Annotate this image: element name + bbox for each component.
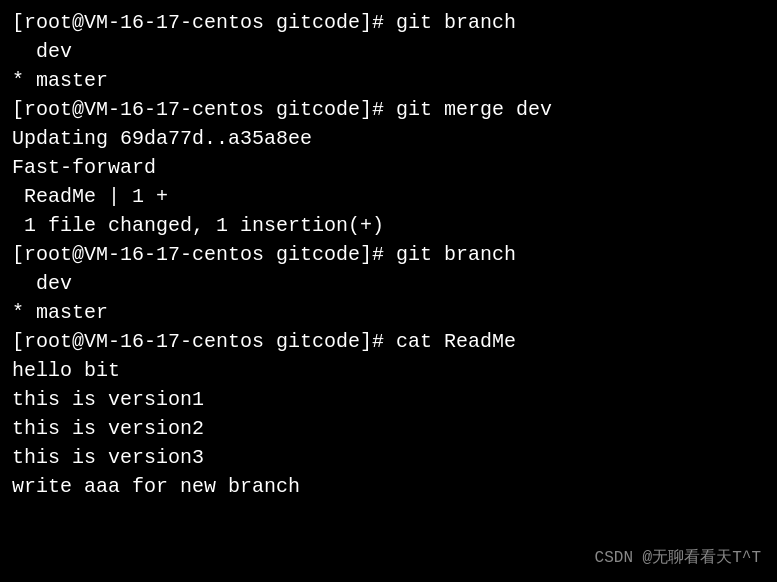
terminal-content: [root@VM-16-17-centos gitcode]# git bran… (12, 8, 765, 501)
terminal-line-line14: this is version1 (12, 385, 765, 414)
terminal-line-line5: Updating 69da77d..a35a8ee (12, 124, 765, 153)
terminal-line-line1: [root@VM-16-17-centos gitcode]# git bran… (12, 8, 765, 37)
terminal-line-line15: this is version2 (12, 414, 765, 443)
terminal-line-line2: dev (12, 37, 765, 66)
terminal-line-line8: 1 file changed, 1 insertion(+) (12, 211, 765, 240)
terminal-line-line12: [root@VM-16-17-centos gitcode]# cat Read… (12, 327, 765, 356)
terminal-window: [root@VM-16-17-centos gitcode]# git bran… (0, 0, 777, 582)
terminal-line-line4: [root@VM-16-17-centos gitcode]# git merg… (12, 95, 765, 124)
watermark: CSDN @无聊看看天T^T (595, 547, 761, 570)
terminal-line-line16: this is version3 (12, 443, 765, 472)
terminal-line-line10: dev (12, 269, 765, 298)
terminal-line-line9: [root@VM-16-17-centos gitcode]# git bran… (12, 240, 765, 269)
terminal-line-line11: * master (12, 298, 765, 327)
terminal-line-line7: ReadMe | 1 + (12, 182, 765, 211)
terminal-line-line13: hello bit (12, 356, 765, 385)
terminal-line-line17: write aaa for new branch (12, 472, 765, 501)
terminal-line-line3: * master (12, 66, 765, 95)
terminal-line-line6: Fast-forward (12, 153, 765, 182)
